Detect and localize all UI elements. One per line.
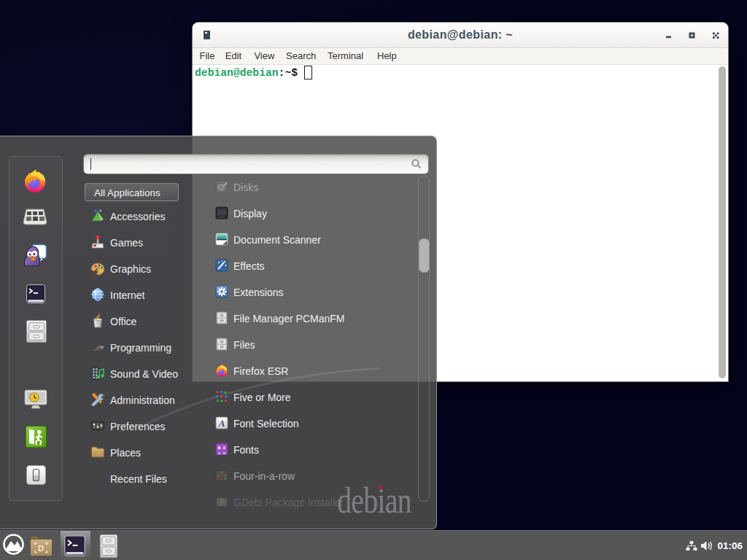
svg-text:A: A — [218, 418, 225, 429]
svg-text:a: a — [218, 445, 221, 450]
svg-text:D: D — [38, 544, 44, 553]
svg-text:a: a — [223, 450, 226, 456]
svg-text:a: a — [223, 445, 226, 450]
